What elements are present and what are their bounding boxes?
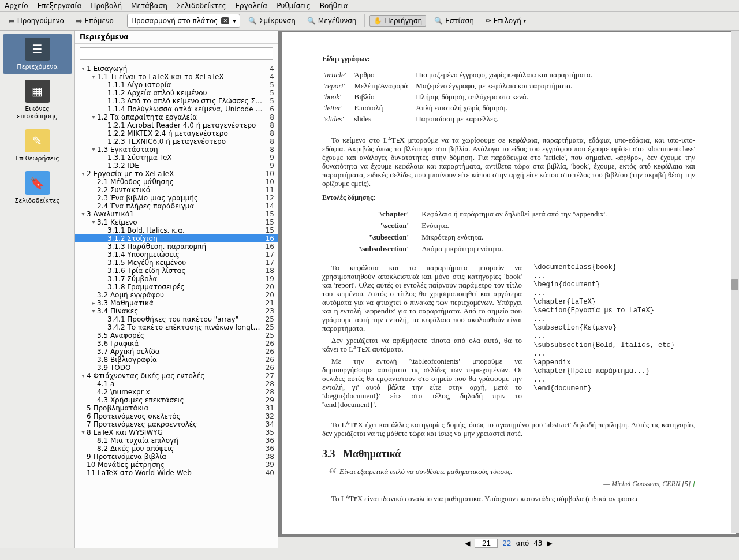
- previous-button[interactable]: ⬅Προηγούμενο: [5, 15, 68, 27]
- toc-item[interactable]: 1.3.1 Σύστημα TeX9: [75, 154, 278, 162]
- menu-επεξεργασία[interactable]: Επεξεργασία: [38, 2, 82, 10]
- toc-item[interactable]: 3.8 Βιβλιογραφία26: [75, 356, 278, 364]
- nav-item-3[interactable]: 🔖Σελιδοδείκτες: [3, 168, 72, 208]
- toc-item[interactable]: 8.2 Δικές μου απόψεις36: [75, 445, 278, 453]
- toc-item[interactable]: ▸3.3 Μαθηματικά21: [75, 299, 278, 307]
- focus-tool-button[interactable]: 🔍Εστίαση: [431, 16, 477, 26]
- expand-icon[interactable]: ▾: [90, 218, 97, 226]
- toc-item[interactable]: ▾4 Φτιάχνοντας δικές μας εντολές27: [75, 372, 278, 380]
- toc-title: 2.1 Μέθοδος μάθησης: [97, 178, 263, 186]
- toc-item[interactable]: 3.5 Αναφορές25: [75, 331, 278, 339]
- toc-item[interactable]: 1.2.3 TEXNIC6.0 ή μεταγενέστερο8: [75, 137, 278, 145]
- menu-ρυθμίσεις[interactable]: Ρυθμίσεις: [277, 2, 310, 10]
- toc-item[interactable]: ▾3 Αναλυτικά115: [75, 210, 278, 218]
- menu-αρχείο[interactable]: Αρχείο: [5, 2, 28, 10]
- selection-tool-button[interactable]: ✏Επιλογή▾: [482, 16, 529, 26]
- toc-item[interactable]: 4.3 Χρήσιμες επεκτάσεις29: [75, 396, 278, 404]
- toc-tree[interactable]: ▾1 Εισαγωγή4▾1.1 Τι είναι το LaTeX και τ…: [75, 64, 278, 548]
- expand-icon[interactable]: ▾: [80, 65, 87, 73]
- toc-page: 16: [263, 234, 274, 242]
- toc-item[interactable]: 1.1.3 Από το απλό κείμενο στις Γλώσσες Σ…: [75, 97, 278, 105]
- toc-item[interactable]: ▾1.1 Τι είναι το LaTeX και το XeLaTeX4: [75, 73, 278, 81]
- toc-title: 2.4 Ένα πλήρες παράδειγμα: [97, 202, 263, 210]
- toc-item[interactable]: 1.1.1 Λίγο ιστορία5: [75, 81, 278, 89]
- toc-panel: Περιεχόμενα ▾1 Εισαγωγή4▾1.1 Τι είναι το…: [75, 31, 278, 548]
- toc-item[interactable]: 1.1.2 Αρχεία απλού κειμένου5: [75, 89, 278, 97]
- toc-item[interactable]: ▾1.3 Εγκατάσταση8: [75, 145, 278, 154]
- toc-item[interactable]: 7 Προτεινόμενες μακροεντολές34: [75, 420, 278, 428]
- expand-icon[interactable]: ▾: [90, 145, 97, 154]
- clear-icon[interactable]: ✕: [221, 17, 229, 24]
- zoom-mode-select[interactable]: Προσαρμογή στο πλάτος ✕ ▾: [127, 14, 240, 28]
- toc-item[interactable]: 6 Προτεινόμενος σκελετός32: [75, 412, 278, 420]
- toc-item[interactable]: 2.1 Μέθοδος μάθησης10: [75, 178, 278, 186]
- toc-item[interactable]: 1.1.4 Πολύγλωσσα απλά κείμενα, Unicode κ…: [75, 105, 278, 113]
- toc-item[interactable]: 2.2 Συντακτικό11: [75, 186, 278, 194]
- toc-item[interactable]: ▾8 LaTeX και WYSIWYG35: [75, 428, 278, 436]
- toc-item[interactable]: 10 Μονάδες μέτρησης39: [75, 461, 278, 469]
- toc-item[interactable]: 11 LaTeX στο World Wide Web40: [75, 469, 278, 477]
- toc-item[interactable]: 3.1.2 Στοίχιση16: [75, 234, 278, 242]
- toc-item[interactable]: 2.3 Ένα βιβλίο μιας γραμμής12: [75, 194, 278, 202]
- toc-item[interactable]: 3.1.1 Bold, Italics, κ.α.15: [75, 226, 278, 234]
- toc-item[interactable]: 3.1.3 Παράθεση, παραπομπή16: [75, 242, 278, 251]
- next-page-button[interactable]: ▶: [547, 539, 553, 547]
- toc-item[interactable]: 1.2.1 Acrobat Reader 4.0 ή μεταγενέστερο…: [75, 121, 278, 129]
- zoom-out-button[interactable]: 🔍Σμίκρυνση: [245, 16, 299, 26]
- menu-προβολή[interactable]: Προβολή: [91, 2, 122, 10]
- toc-item[interactable]: 2.4 Ένα πλήρες παράδειγμα14: [75, 202, 278, 210]
- toc-item[interactable]: 5 Προβληματάκια31: [75, 404, 278, 412]
- toc-item[interactable]: 3.1.7 Σύμβολα19: [75, 275, 278, 283]
- toc-item[interactable]: 3.1.6 Τρία είδη λίστας18: [75, 267, 278, 275]
- menu-βοήθεια[interactable]: Βοήθεια: [320, 2, 348, 10]
- expand-icon[interactable]: ▾: [80, 170, 87, 178]
- toc-search-input[interactable]: [80, 47, 273, 60]
- toc-item[interactable]: 9 Προτεινόμενα βιβλία38: [75, 453, 278, 461]
- toc-item[interactable]: 3.4.2 Το πακέτο επέκτασης πινάκων longta…: [75, 323, 278, 331]
- expand-icon[interactable]: ▾: [80, 428, 87, 436]
- toc-item[interactable]: 1.2.2 MIKTEX 2.4 ή μεταγενέστερο8: [75, 129, 278, 137]
- expand-icon[interactable]: ▾: [80, 372, 87, 380]
- toc-item[interactable]: 3.2 Δομή εγγράφου20: [75, 291, 278, 299]
- toc-title: 1.1.2 Αρχεία απλού κειμένου: [107, 89, 263, 97]
- expand-icon[interactable]: ▾: [80, 210, 87, 218]
- next-page-link[interactable]: 22: [502, 539, 511, 547]
- toc-item[interactable]: 3.1.8 Γραμματοσειρές20: [75, 283, 278, 291]
- menu-σελιδοδείκτες[interactable]: Σελιδοδείκτες: [177, 2, 226, 10]
- toc-item[interactable]: ▾1 Εισαγωγή4: [75, 65, 278, 73]
- prev-page-button[interactable]: ◀: [465, 539, 470, 547]
- expand-icon[interactable]: ▾: [90, 307, 97, 315]
- toc-item[interactable]: 3.4.1 Προσθήκες του πακέτου "array"25: [75, 315, 278, 323]
- vertical-scrollbar[interactable]: [731, 31, 739, 533]
- nav-item-0[interactable]: ☰Περιεχόμενα: [3, 34, 72, 74]
- toc-item[interactable]: 4.2 \numexpr x28: [75, 388, 278, 396]
- expand-icon[interactable]: ▾: [90, 113, 97, 121]
- toc-page: 27: [263, 372, 274, 380]
- nav-item-1[interactable]: ▦Εικόνες επισκόπησης: [3, 76, 72, 124]
- toc-item[interactable]: ▾3.4 Πίνακες23: [75, 307, 278, 315]
- zoom-in-button[interactable]: 🔍Μεγέθυνση: [304, 16, 360, 26]
- page-number-input[interactable]: [475, 539, 498, 548]
- browse-tool-button[interactable]: ✋Περιήγηση: [370, 15, 426, 27]
- expand-icon[interactable]: ▾: [90, 73, 97, 81]
- toc-item[interactable]: ▾1.2 Τα απαραίτητα εργαλεία8: [75, 113, 278, 121]
- toc-item[interactable]: 3.9 TODO26: [75, 364, 278, 372]
- menu-εργαλεία[interactable]: Εργαλεία: [235, 2, 267, 10]
- nav-item-2[interactable]: ✎Επιθεωρήσεις: [3, 126, 72, 166]
- toc-item[interactable]: 4.1 a28: [75, 380, 278, 388]
- toc-item[interactable]: 3.1.5 Μεγέθη κειμένου17: [75, 259, 278, 267]
- toc-item[interactable]: 3.6 Γραφικά26: [75, 339, 278, 348]
- toc-item[interactable]: 1.3.2 IDE9: [75, 162, 278, 170]
- toc-page: 35: [263, 428, 274, 436]
- toc-title: 8.1 Μια τυχαία επιλογή: [97, 436, 263, 445]
- toc-item[interactable]: 8.1 Μια τυχαία επιλογή36: [75, 436, 278, 445]
- next-button[interactable]: ➡Επόμενο: [72, 15, 117, 27]
- document-view[interactable]: Είδη εγγράφων: 'article'ΆρθροΠιο μαζεμέν…: [278, 31, 739, 548]
- toc-item[interactable]: 3.1.4 Υποσημειώσεις17: [75, 251, 278, 259]
- expand-icon[interactable]: ▸: [90, 299, 97, 307]
- toc-item[interactable]: 3.7 Αρχική σελίδα26: [75, 348, 278, 356]
- nav-label: Σελιδοδείκτες: [14, 197, 60, 204]
- toc-item[interactable]: ▾3.1 Κείμενο15: [75, 218, 278, 226]
- menu-μετάβαση[interactable]: Μετάβαση: [131, 2, 167, 10]
- toc-item[interactable]: ▾2 Εργασία με το XeLaTeX10: [75, 170, 278, 178]
